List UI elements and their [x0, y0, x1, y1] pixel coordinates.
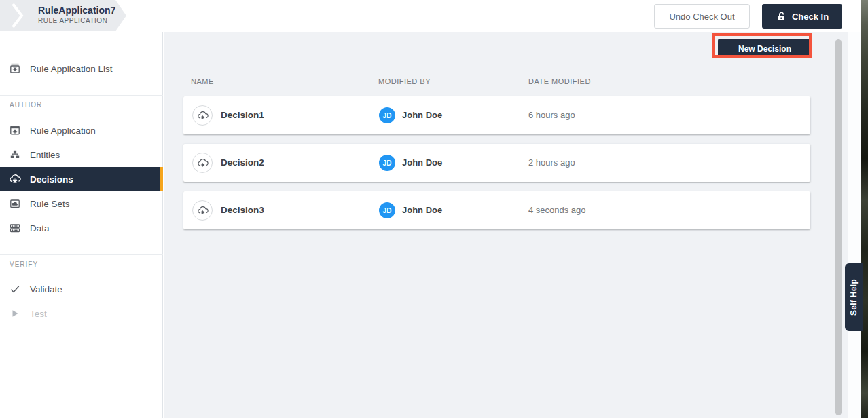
table-row[interactable]: Decision2 JD John Doe 2 hours ago — [183, 144, 810, 182]
sidebar-item-decisions[interactable]: Decisions — [0, 167, 163, 191]
sidebar-item-data[interactable]: Data — [0, 216, 163, 240]
sidebar-item-label: Rule Application List — [30, 64, 113, 74]
sidebar-item-rule-sets[interactable]: Rule Sets — [0, 191, 163, 216]
sidebar-item-label: Rule Application — [30, 126, 96, 136]
rule-application-list-icon — [9, 62, 21, 75]
sidebar-item-entities[interactable]: Entities — [0, 142, 163, 167]
decision-name: Decision2 — [221, 144, 264, 182]
breadcrumb-app-type: RULE APPLICATION — [38, 16, 115, 25]
date-modified: 6 hours ago — [528, 96, 575, 134]
date-modified: 4 seconds ago — [528, 191, 586, 229]
entities-icon — [9, 149, 21, 161]
modified-by: John Doe — [402, 96, 442, 134]
decision-icon — [192, 153, 213, 173]
app-window: RuleApplication7 RULE APPLICATION Undo C… — [0, 0, 868, 418]
sidebar-item-label: Data — [30, 223, 50, 233]
decision-icon — [192, 105, 213, 126]
decision-name: Decision3 — [221, 191, 264, 229]
right-gutter — [848, 32, 861, 418]
sidebar-item-label: Test — [30, 309, 47, 319]
breadcrumb[interactable]: RuleApplication7 RULE APPLICATION — [0, 0, 127, 31]
top-header: RuleApplication7 RULE APPLICATION Undo C… — [0, 0, 861, 31]
sidebar-section-verify: VERIFY — [10, 261, 38, 268]
play-icon — [9, 307, 21, 320]
avatar: JD — [379, 107, 395, 124]
table-row[interactable]: Decision3 JD John Doe 4 seconds ago — [183, 191, 810, 229]
table-row[interactable]: Decision1 JD John Doe 6 hours ago — [183, 96, 810, 134]
decision-name: Decision1 — [221, 96, 264, 134]
sidebar-item-label: Decisions — [30, 174, 73, 185]
sidebar-item-rule-application[interactable]: Rule Application — [0, 118, 163, 142]
self-help-tab[interactable]: Self Help — [845, 263, 863, 331]
rule-sets-icon — [9, 197, 21, 210]
sidebar-item-label: Rule Sets — [30, 199, 70, 209]
new-decision-label: New Decision — [738, 44, 791, 54]
sidebar-item-rule-application-list[interactable]: Rule Application List — [0, 56, 163, 81]
data-icon — [9, 222, 21, 234]
breadcrumb-app-name: RuleApplication7 — [38, 5, 115, 16]
modified-by: John Doe — [402, 144, 442, 182]
desktop-background-strip — [861, 0, 868, 418]
sidebar: Rule Application List AUTHOR Rule Applic… — [0, 32, 163, 418]
lock-open-icon — [776, 11, 786, 22]
new-decision-button[interactable]: New Decision — [718, 39, 812, 58]
self-help-label: Self Help — [849, 279, 858, 316]
decisions-icon — [9, 173, 21, 185]
sidebar-item-validate[interactable]: Validate — [0, 277, 163, 301]
rule-application-icon — [9, 124, 21, 136]
avatar: JD — [379, 155, 395, 171]
date-modified: 2 hours ago — [528, 144, 575, 182]
breadcrumb-chevron-icon — [11, 0, 24, 31]
undo-check-out-button[interactable]: Undo Check Out — [654, 4, 750, 28]
modified-by: John Doe — [402, 191, 442, 229]
sidebar-item-label: Entities — [30, 150, 60, 160]
avatar: JD — [379, 202, 395, 218]
check-in-label: Check In — [792, 12, 829, 22]
sidebar-item-label: Validate — [30, 284, 62, 294]
column-header-name: NAME — [191, 77, 214, 86]
column-header-modified-by: MODIFIED BY — [378, 77, 431, 86]
sidebar-item-test[interactable]: Test — [0, 301, 163, 326]
check-icon — [9, 283, 21, 295]
check-in-button[interactable]: Check In — [762, 4, 842, 28]
column-header-date-modified: DATE MODIFIED — [528, 77, 591, 86]
divider — [0, 254, 163, 255]
scrollbar-thumb[interactable] — [835, 39, 842, 415]
decision-icon — [192, 200, 213, 221]
selected-indicator — [160, 167, 163, 191]
divider — [0, 95, 163, 96]
sidebar-section-author: AUTHOR — [10, 101, 42, 109]
undo-check-out-label: Undo Check Out — [669, 12, 734, 22]
